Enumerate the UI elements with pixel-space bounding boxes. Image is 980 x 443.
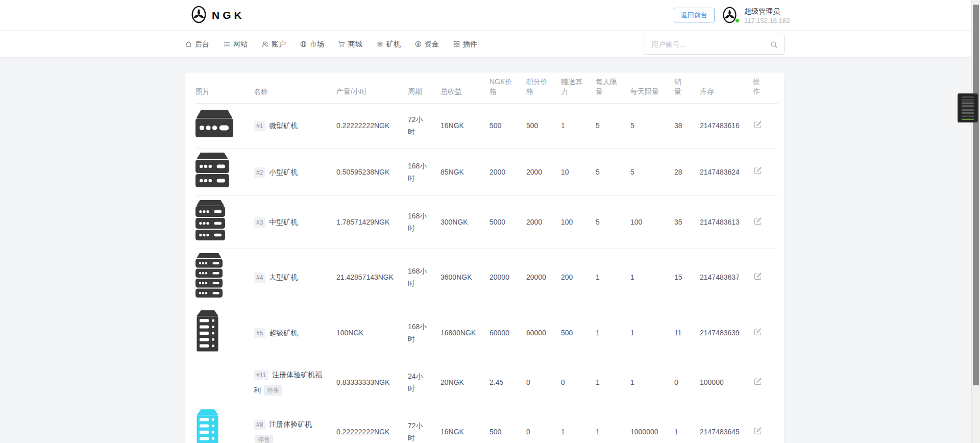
sales-cell: 38 <box>674 103 700 148</box>
content-card: 图片名称产量/小时周期总收益NGK价格积分价格赠送算力每人限量每天限量销量库存操… <box>185 72 785 443</box>
table-row: #4大型矿机 21.42857143NGK 168小时 3600NGK 2000… <box>195 249 778 306</box>
edit-button[interactable] <box>753 327 763 338</box>
output-cell: 0.22222222NGK <box>336 405 408 443</box>
sales-cell: 11 <box>674 306 700 360</box>
machine-id-badge: #11 <box>254 370 268 380</box>
ngk-price-cell: 500 <box>489 103 526 148</box>
output-cell: 1.78571429NGK <box>336 195 408 249</box>
per-person-limit-cell: 1 <box>596 405 630 443</box>
nav-item-2[interactable]: 网站 <box>223 40 248 49</box>
total-income-cell: 85NGK <box>440 148 489 195</box>
stock-cell: 2147483616 <box>700 103 753 148</box>
machine-name: 注册体验矿机 <box>269 420 312 428</box>
nav-item-1[interactable]: 后台 <box>185 40 209 49</box>
edit-button[interactable] <box>753 165 763 177</box>
edit-button[interactable] <box>753 376 763 388</box>
search-box <box>644 34 785 55</box>
machine-image <box>195 310 219 356</box>
machine-id-badge: #4 <box>254 273 265 283</box>
total-income-cell: 16800NGK <box>440 306 489 360</box>
machine-name: 小型矿机 <box>269 168 298 176</box>
avatar[interactable] <box>722 6 739 23</box>
home-icon <box>185 40 192 48</box>
point-price-cell: 0 <box>526 360 561 405</box>
total-income-cell: 16NGK <box>440 405 489 443</box>
column-header-5: 总收益 <box>440 75 489 103</box>
user-ip: 117.152.16.182 <box>744 15 790 24</box>
per-day-limit-cell: 1 <box>630 306 674 360</box>
edit-button[interactable] <box>753 119 763 131</box>
users-icon <box>261 40 269 48</box>
edit-button[interactable] <box>753 216 763 228</box>
nav-item-8[interactable]: 插件 <box>453 40 477 49</box>
search-input[interactable] <box>644 34 784 54</box>
edit-button[interactable] <box>753 426 763 437</box>
user-block[interactable]: 超级管理员 117.152.16.182 <box>722 6 790 24</box>
machine-name: 大型矿机 <box>269 273 298 281</box>
period-cell: 72小时 <box>408 103 440 148</box>
table-row: #1微型矿机 0.22222222NGK 72小时 16NGK 500 500 … <box>195 103 778 148</box>
per-person-limit-cell: 1 <box>596 306 630 360</box>
operation-cell <box>753 360 778 405</box>
column-header-3: 产量/小时 <box>336 75 408 103</box>
grid-icon <box>453 40 460 48</box>
period-cell: 24小时 <box>408 360 440 405</box>
output-cell: 0.83333333NGK <box>336 360 408 405</box>
machine-id-badge: #3 <box>254 217 265 228</box>
per-person-limit-cell: 5 <box>596 195 630 249</box>
stock-cell: 2147483613 <box>700 195 753 249</box>
stock-cell: 2147483645 <box>700 405 753 443</box>
per-person-limit-cell: 5 <box>596 148 630 195</box>
point-price-cell: 2000 <box>526 195 561 249</box>
total-income-cell: 300NGK <box>440 195 489 249</box>
nav-item-7[interactable]: 资金 <box>414 40 439 49</box>
machine-name-cell: #11注册体验矿机福利 停售 <box>254 360 336 405</box>
per-day-limit-cell: 1000000 <box>630 405 674 443</box>
period-cell: 168小时 <box>408 249 440 306</box>
machine-name: 超级矿机 <box>269 329 298 337</box>
edit-button[interactable] <box>753 271 763 283</box>
table-row: #8注册体验矿机 停售 0.22222222NGK 72小时 16NGK 500… <box>195 405 778 443</box>
table-header-row: 图片名称产量/小时周期总收益NGK价格积分价格赠送算力每人限量每天限量销量库存操… <box>195 75 778 103</box>
ngk-price-cell: 2000 <box>489 148 526 195</box>
point-price-cell: 2000 <box>526 148 561 195</box>
operation-cell <box>753 195 778 249</box>
operation-cell <box>753 405 778 443</box>
machine-name-cell: #2小型矿机 <box>254 148 336 195</box>
nav-item-6[interactable]: 矿机 <box>376 40 401 49</box>
ngk-price-cell: 20000 <box>489 249 526 306</box>
per-day-limit-cell: 5 <box>630 148 674 195</box>
machine-image <box>195 409 219 443</box>
nav-item-5[interactable]: 商城 <box>338 40 362 49</box>
machine-image-cell <box>195 360 254 405</box>
machine-table-body: #1微型矿机 0.22222222NGK 72小时 16NGK 500 500 … <box>195 103 778 443</box>
column-header-8: 赠送算力 <box>561 75 596 103</box>
scrollbar-track <box>971 0 980 443</box>
search-icon[interactable] <box>770 40 778 51</box>
list-icon <box>223 40 231 48</box>
operation-cell <box>753 148 778 195</box>
machine-image <box>195 253 223 302</box>
back-to-front-button[interactable]: 返回前台 <box>674 8 715 22</box>
scrollbar-thumb[interactable] <box>973 5 979 385</box>
machine-id-badge: #8 <box>254 420 265 430</box>
machine-image-cell <box>195 148 254 195</box>
globe-icon <box>300 40 307 48</box>
stock-cell: 2147483637 <box>700 249 753 306</box>
nav-item-3[interactable]: 账户 <box>261 40 286 49</box>
table-row: #5超级矿机 100NGK 168小时 16800NGK 60000 60000… <box>195 306 778 360</box>
point-price-cell: 20000 <box>526 249 561 306</box>
column-header-12: 库存 <box>700 75 753 103</box>
nav-item-4[interactable]: 市场 <box>300 40 324 49</box>
online-status-dot <box>735 18 740 23</box>
per-day-limit-cell: 5 <box>630 103 674 148</box>
per-day-limit-cell: 100 <box>630 195 674 249</box>
stop-sale-badge: 停售 <box>255 435 273 443</box>
sales-cell: 35 <box>674 195 700 249</box>
table-row: #2小型矿机 0.50595238NGK 168小时 85NGK 2000 20… <box>195 148 778 195</box>
point-price-cell: 60000 <box>526 306 561 360</box>
per-day-limit-cell: 1 <box>630 360 674 405</box>
gift-power-cell: 0 <box>561 360 596 405</box>
point-price-cell: 0 <box>526 405 561 443</box>
ngk-price-cell: 500 <box>489 405 526 443</box>
